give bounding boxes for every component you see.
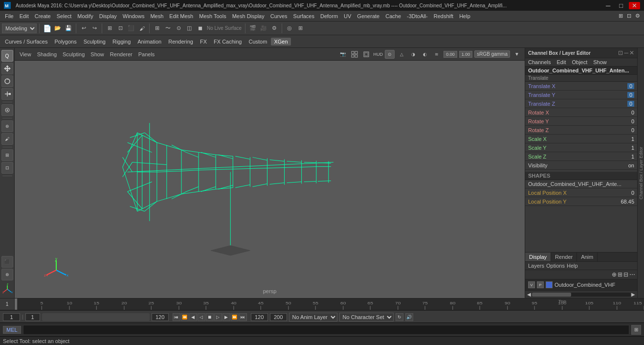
tab-fx-caching[interactable]: FX Caching [211,38,244,46]
new-layer-obj-icon[interactable]: ⊞ [618,271,622,278]
hud-toggle-icon[interactable]: HUD [373,49,383,59]
open-scene-button[interactable]: 📂 [53,23,63,33]
channel-row-local-pos-x[interactable]: Local Position X 0 [525,188,637,197]
snap-to-grid[interactable]: ⊞ [152,23,162,33]
scroll-track[interactable] [532,293,630,297]
film-gate-icon[interactable] [361,49,371,59]
tab-rigging[interactable]: Rigging [110,38,133,46]
render-settings-button[interactable]: ⚙ [269,23,279,33]
channel-box-minimize-icon[interactable]: ─ [624,49,628,56]
menu-modify[interactable]: Modify [74,12,96,20]
tab-polygons[interactable]: Polygons [51,38,79,46]
channel-value-scale-y[interactable]: 1 [631,145,634,151]
channel-row-visibility[interactable]: Visibility on [525,161,637,170]
wireframe-toggle[interactable]: ⊞ [295,23,305,33]
channels-menu-item[interactable]: Channels [525,58,554,66]
channel-row-scale-z[interactable]: Scale Z 1 [525,152,637,161]
menu-deform[interactable]: Deform [317,12,341,20]
ssao-toggle-icon[interactable]: ◐ [420,49,430,59]
lighting-menu[interactable]: Sculpting [61,51,87,58]
channel-value-scale-z[interactable]: 1 [631,154,634,160]
attr-editor-icon[interactable]: ⊡ [625,12,633,20]
channel-row-translate-z[interactable]: Translate Z 0 [525,99,637,108]
channel-box-icon[interactable]: ⊞ [617,12,625,20]
undo-button[interactable]: ↩ [79,23,89,33]
step-back-button[interactable]: ⏪ [181,313,189,321]
timeline-ruler[interactable]: 1 5 10 15 20 25 30 [0,299,644,310]
stop-button[interactable]: ⏹ [206,313,214,321]
tab-sculpting[interactable]: Sculpting [81,38,109,46]
go-start-button[interactable]: ⏮ [173,313,180,321]
maximize-button[interactable]: □ [616,2,626,9]
range-end-input[interactable] [152,313,169,321]
ipr-render-button[interactable]: 🎥 [259,23,268,33]
channel-value-local-pos-y[interactable]: 68.45 [621,199,634,205]
scroll-left-button[interactable]: ◀ [527,292,531,297]
snap-align-button[interactable]: ⊛ [1,269,13,280]
channel-value-scale-x[interactable]: 1 [631,136,634,142]
playback-range[interactable] [42,313,150,321]
current-frame-input[interactable]: 1 [3,313,20,321]
total-end-input[interactable] [270,313,287,321]
soft-select-button[interactable]: ⊛ [1,120,13,132]
channel-value-local-pos-x[interactable]: 0 [631,190,634,196]
tab-curves-surfaces[interactable]: Curves / Surfaces [2,38,50,46]
snap-live-surface[interactable]: ◼ [195,23,205,33]
menu-uv[interactable]: UV [341,12,354,20]
object-menu-item[interactable]: Object [569,58,590,66]
layer-name-text[interactable]: Outdoor_Combined_VHF [555,282,615,288]
layer-item[interactable]: V P Outdoor_Combined_VHF [526,280,636,289]
menu-edit-mesh[interactable]: Edit Mesh [166,12,196,20]
edit-menu-item[interactable]: Edit [554,58,569,66]
channel-row-local-pos-y[interactable]: Local Position Y 68.45 [525,197,637,206]
show-menu[interactable]: Show [89,51,106,58]
menu-mesh-display[interactable]: Mesh Display [229,12,267,20]
rotate-tool-button[interactable] [1,75,13,87]
menu-surfaces[interactable]: Surfaces [290,12,317,20]
next-frame-button[interactable]: ▶ [222,313,230,321]
channel-row-scale-y[interactable]: Scale Y 1 [525,143,637,152]
channel-value-rotate-x[interactable]: 0 [631,110,634,115]
scale-tool-button[interactable] [1,88,13,100]
cycle-mode-icon[interactable]: ↻ [396,313,403,321]
menu-mesh-tools[interactable]: Mesh Tools [196,12,229,20]
render-scene-button[interactable]: 🎬 [248,23,258,33]
range-start-input[interactable] [25,313,40,321]
channel-value-rotate-z[interactable]: 0 [631,127,634,133]
channel-row-rotate-y[interactable]: Rotate Y 0 [525,117,637,126]
layer-tab-anim[interactable]: Anim [577,253,598,261]
new-layer-icon[interactable]: ⊕ [612,271,617,278]
layers-menu-item[interactable]: Layers [528,263,544,269]
snap-to-point[interactable]: ⊙ [174,23,183,33]
channel-value-visibility[interactable]: on [628,162,634,168]
view-menu[interactable]: View [18,51,33,58]
grid-toggle-icon[interactable] [350,49,359,59]
tool-settings-icon[interactable]: ⚙ [633,12,642,20]
close-button[interactable]: ✕ [629,2,640,9]
help-menu-item[interactable]: Help [567,263,578,269]
channel-value-rotate-y[interactable]: 0 [631,118,634,124]
tab-custom[interactable]: Custom [246,38,270,46]
layer-options-icon[interactable]: ⋯ [629,271,635,278]
tab-animation[interactable]: Animation [134,38,164,46]
delete-layer-icon[interactable]: ⊟ [623,271,628,278]
script-editor-button[interactable]: ⊞ [631,325,641,335]
menu-select[interactable]: Select [54,12,75,20]
prev-frame-button[interactable]: ◀ [189,313,197,321]
show-menu-item[interactable]: Show [590,58,610,66]
show-manipulator-button[interactable] [1,104,13,116]
channel-row-translate-y[interactable]: Translate Y 0 [525,91,637,99]
lattice-tool-button[interactable]: ⊞ [1,149,13,161]
select-by-object[interactable]: ⊡ [115,23,125,33]
viewport[interactable]: x y z persp [15,61,525,298]
layer-visibility-toggle[interactable]: V [528,281,535,288]
select-paint-tool[interactable]: 🖌 [137,23,147,33]
channel-row-rotate-x[interactable]: Rotate X 0 [525,108,637,117]
menu-cache[interactable]: Cache [382,12,404,20]
mode-selector[interactable]: Modeling [2,23,37,33]
snap-to-curve[interactable]: 〜 [163,23,173,33]
move-tool-button[interactable] [1,63,13,74]
menu-display[interactable]: Display [96,12,120,20]
cluster-tool-button[interactable]: ⊡ [1,162,13,174]
menu-curves[interactable]: Curves [267,12,290,20]
